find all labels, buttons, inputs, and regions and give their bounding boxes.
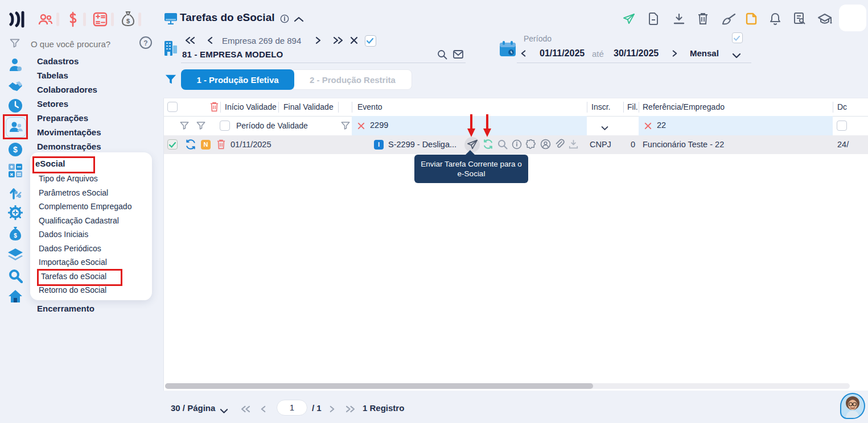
money-quick-icon[interactable] xyxy=(67,11,79,30)
clear-evento-filter-icon[interactable] xyxy=(357,122,365,132)
period-start-date[interactable]: 01/11/2025 xyxy=(540,48,585,59)
submenu-item-importacao-esocial[interactable]: Importação eSocial xyxy=(39,258,107,267)
submenu-item-tipo-de-arquivos[interactable]: Tipo de Arquivos xyxy=(39,174,98,183)
send-icon[interactable] xyxy=(623,13,635,27)
trash-icon[interactable] xyxy=(698,13,708,27)
company-clear-icon[interactable] xyxy=(350,36,358,47)
col-header-evento[interactable]: Evento xyxy=(357,102,382,111)
file-icon[interactable] xyxy=(648,13,659,27)
row-gov-icon[interactable] xyxy=(540,139,551,152)
filter-funnel-icon[interactable] xyxy=(340,121,351,133)
doc-filter-checkbox[interactable] xyxy=(837,121,847,131)
page-last-icon[interactable] xyxy=(345,405,356,415)
row-search-icon[interactable] xyxy=(497,139,508,152)
sidebar-item-cadastros[interactable]: Cadastros xyxy=(37,56,79,66)
calculator-icon[interactable] xyxy=(8,163,23,180)
search-module-icon[interactable] xyxy=(8,268,23,285)
tab-producao-efetiva[interactable]: 1 - Produção Efetiva xyxy=(181,69,294,90)
submenu-item-retorno-do-esocial[interactable]: Retorno do eSocial xyxy=(39,285,106,295)
home-icon[interactable] xyxy=(8,289,23,306)
period-checkbox[interactable] xyxy=(732,32,743,43)
company-filter-checkbox[interactable] xyxy=(365,35,376,47)
col-header-inicio[interactable]: Início Validade xyxy=(225,102,277,111)
row-info-icon[interactable] xyxy=(512,139,522,152)
submenu-item-dados-periodicos[interactable]: Dados Periódicos xyxy=(39,244,101,253)
evento-filter-value[interactable]: 2299 xyxy=(370,121,388,130)
tab-producao-restrita[interactable]: 2 - Produção Restrita xyxy=(293,69,412,90)
sidebar-item-tabelas[interactable]: Tabelas xyxy=(37,70,68,80)
trending-up-icon[interactable] xyxy=(9,185,23,202)
person-gear-icon[interactable] xyxy=(8,57,23,74)
referencia-filter-value[interactable]: 22 xyxy=(657,121,666,130)
page-first-icon[interactable] xyxy=(240,405,251,415)
period-next-icon[interactable] xyxy=(672,49,678,60)
col-header-referencia[interactable]: Referência/Empregado xyxy=(643,102,725,111)
search-input[interactable] xyxy=(30,36,134,52)
handshake-icon[interactable] xyxy=(7,80,23,95)
col-header-inscr[interactable]: Inscr. xyxy=(591,102,610,111)
period-mode-chevron-icon[interactable] xyxy=(732,51,741,61)
company-prev-icon[interactable] xyxy=(207,36,213,47)
sidebar-item-demonstracoes[interactable]: Demonstrações xyxy=(37,142,101,151)
col-header-doc[interactable]: Dc xyxy=(837,102,847,111)
sidebar-item-movimentacoes[interactable]: Movimentações xyxy=(37,127,101,137)
help-icon[interactable]: ? xyxy=(139,36,153,52)
broom-icon[interactable] xyxy=(721,14,736,27)
row-checkbox[interactable] xyxy=(167,139,178,150)
dollar-circle-icon[interactable]: $ xyxy=(8,142,23,159)
layers-icon[interactable] xyxy=(7,248,23,264)
row-refresh-icon[interactable] xyxy=(483,139,493,152)
moneybag-icon[interactable]: $ xyxy=(9,226,22,243)
h-scrollbar-thumb[interactable] xyxy=(165,383,593,389)
collapse-chevron-icon[interactable] xyxy=(294,15,304,25)
filter-funnel-icon[interactable] xyxy=(179,121,190,133)
moneybag-quick-icon[interactable]: $ xyxy=(121,11,135,29)
doc-search-icon[interactable] xyxy=(794,13,805,27)
user-avatar-placeholder[interactable] xyxy=(839,5,866,31)
note-icon[interactable] xyxy=(746,13,757,27)
page-next-icon[interactable] xyxy=(329,405,335,415)
period-prev-icon[interactable] xyxy=(520,49,526,60)
clock-icon[interactable] xyxy=(8,98,23,115)
row-sync-icon[interactable] xyxy=(185,139,196,152)
row-puzzle-icon[interactable] xyxy=(526,139,536,152)
col-header-final[interactable]: Final Validade xyxy=(283,102,334,111)
info-icon[interactable] xyxy=(280,14,289,26)
company-mail-icon[interactable] xyxy=(453,50,463,61)
period-mode-select[interactable]: Mensal xyxy=(690,48,719,58)
graduation-icon[interactable] xyxy=(817,13,832,27)
referencia-filter-cell[interactable] xyxy=(639,116,833,135)
clear-referencia-filter-icon[interactable] xyxy=(644,122,652,132)
page-prev-icon[interactable] xyxy=(260,405,266,415)
submenu-item-dados-iniciais[interactable]: Dados Iniciais xyxy=(39,230,88,239)
per-page-select[interactable]: 30 / Página xyxy=(171,403,215,413)
company-search-icon[interactable] xyxy=(437,49,447,62)
row-download-icon[interactable] xyxy=(569,140,578,151)
page-input[interactable]: 1 xyxy=(277,400,307,416)
sidebar-item-setores[interactable]: Setores xyxy=(37,99,68,109)
table-row[interactable]: N 01/11/2025 I S-2299 - Desliga... xyxy=(164,135,868,154)
submenu-item-complemento-empregado[interactable]: Complemento Empregado xyxy=(39,202,131,211)
select-all-checkbox[interactable] xyxy=(167,102,178,112)
row-trash-icon[interactable] xyxy=(217,139,225,152)
company-last-icon[interactable] xyxy=(332,36,344,47)
col-header-fil[interactable]: Fil. xyxy=(627,102,638,111)
submenu-item-parametros-esocial[interactable]: Parâmetros eSocial xyxy=(39,188,108,197)
download-icon[interactable] xyxy=(673,14,685,27)
submenu-item-qualificacao-cadastral[interactable]: Qualificação Cadastral xyxy=(39,216,119,225)
company-first-icon[interactable] xyxy=(184,36,196,47)
grid-filter-icon[interactable] xyxy=(164,73,177,88)
h-scrollbar-track[interactable] xyxy=(165,383,850,389)
row-attachment-icon[interactable] xyxy=(555,139,565,152)
filter-funnel-icon[interactable] xyxy=(196,121,206,133)
company-next-icon[interactable] xyxy=(315,36,322,47)
period-end-date[interactable]: 30/11/2025 xyxy=(614,48,659,59)
per-page-chevron-icon[interactable] xyxy=(220,406,228,416)
periodo-validade-checkbox[interactable] xyxy=(220,121,230,131)
sidebar-item-colaboradores[interactable]: Colaboradores xyxy=(37,85,97,94)
people-quick-icon[interactable] xyxy=(38,13,54,28)
sidebar-item-encerramento[interactable]: Encerramento xyxy=(37,304,94,313)
bell-icon[interactable] xyxy=(770,13,780,27)
sidebar-item-preparacoes[interactable]: Preparações xyxy=(37,113,88,123)
inscr-filter-dropdown-icon[interactable] xyxy=(601,123,608,133)
